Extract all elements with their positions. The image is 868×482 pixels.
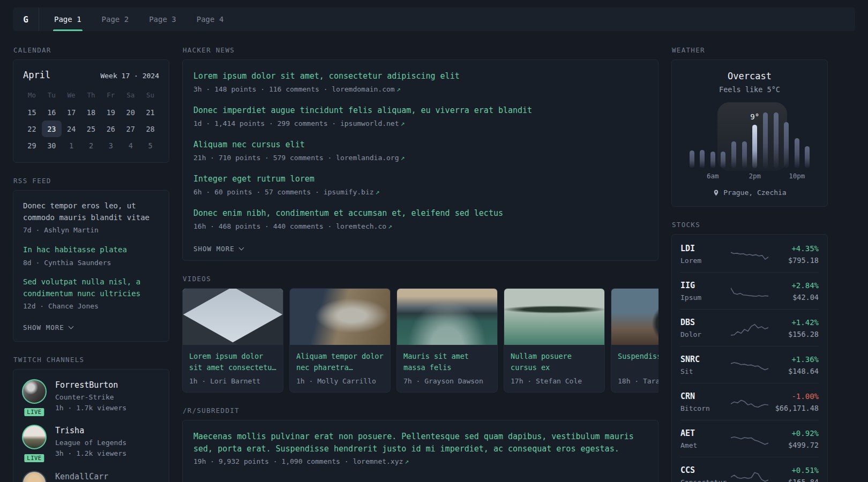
weather-bar	[774, 112, 779, 168]
calendar-day: 19	[101, 104, 121, 120]
hn-show-more-button[interactable]: SHOW MORE	[193, 245, 243, 253]
reddit-post-domain-link[interactable]: loremnet.xyz	[353, 457, 403, 465]
show-more-label: SHOW MORE	[23, 323, 64, 332]
weather-bar	[752, 125, 757, 168]
hn-item-title-link[interactable]: Donec imperdiet augue tincidunt felis al…	[193, 104, 647, 117]
stocks-section-label: STOCKS	[672, 221, 828, 229]
calendar-day: 25	[81, 120, 101, 137]
weather-bar-column	[783, 102, 790, 182]
hn-item-title-link[interactable]: Lorem ipsum dolor sit amet, consectetur …	[193, 70, 647, 82]
rss-item-title-link[interactable]: In hac habitasse platea	[23, 244, 159, 256]
avatar	[22, 379, 47, 404]
reddit-post-stats: 19h · 9,932 points · 1,090 comments ·	[193, 457, 353, 465]
chevron-down-icon	[68, 323, 73, 329]
stock-name: Dolor	[680, 330, 727, 338]
stock-row[interactable]: DBS Dolor +1.42% $156.28	[680, 309, 819, 346]
weather-section-label: WEATHER	[672, 46, 828, 54]
channel-game: Counter-Strike	[55, 392, 126, 403]
hn-item: Donec enim nibh, condimentum et accumsan…	[193, 207, 647, 231]
channel-name: KendallCarr	[55, 472, 108, 481]
stock-price: $499.72	[773, 441, 819, 449]
stock-sparkline	[731, 356, 768, 374]
calendar-weekdays: MoTuWeThFrSaSu	[22, 87, 160, 104]
rss-items: Donec tempor eros leo, ut commodo mauris…	[23, 200, 159, 312]
stock-sparkline	[731, 467, 768, 482]
stock-row[interactable]: AET Amet +0.92% $499.72	[680, 420, 819, 457]
video-title: Lorem ipsum dolor sit amet consectetu…	[189, 351, 276, 373]
external-link-icon: ↗	[388, 222, 392, 230]
calendar-day: 2	[81, 137, 101, 154]
video-card[interactable]: Mauris sit amet massa felis 7h · Grayson…	[396, 288, 498, 393]
hn-item-title-link[interactable]: Integer eget rutrum lorem	[193, 173, 647, 185]
hn-item-title-link[interactable]: Aliquam nec cursus elit	[193, 139, 647, 151]
video-card[interactable]: Nullam posuere cursus ex 17h · Stefan Co…	[504, 288, 605, 393]
middle-column: HACKER NEWS Lorem ipsum dolor sit amet, …	[182, 46, 659, 482]
twitch-channel-row[interactable]: LIVE ForrestBurton Counter-Strike 1h · 1…	[22, 379, 160, 413]
weather-bar-column	[699, 102, 706, 182]
hn-item-domain-link[interactable]: loremlandia.org	[336, 154, 399, 162]
page-tab[interactable]: Page 2	[102, 7, 129, 31]
stock-row[interactable]: LDI Lorem +4.35% $795.18	[680, 236, 819, 272]
reddit-post-title-link[interactable]: Maecenas mollis pulvinar erat non posuer…	[193, 431, 647, 455]
video-card-body: Nullam posuere cursus ex 17h · Stefan Co…	[504, 345, 604, 392]
rss-item-meta: 8d · Cynthia Saunders	[23, 258, 159, 268]
stock-values: +0.92% $499.72	[773, 429, 819, 449]
video-card-body: Suspendisse diam 18h · Tara…	[611, 345, 659, 392]
weather-location: Prague, Czechia	[682, 189, 818, 197]
twitch-channel-row[interactable]: KendallCarr	[22, 471, 160, 482]
hn-item-domain-link[interactable]: ipsumify.biz	[324, 188, 374, 196]
calendar-day: 29	[22, 137, 42, 154]
stock-name: Sit	[680, 367, 727, 375]
hn-item-domain-link[interactable]: ipsumworld.net	[340, 119, 399, 127]
video-title: Suspendisse diam	[618, 351, 659, 373]
rss-item-meta: 7d · Ashlyn Martin	[23, 225, 159, 236]
hn-item-stats: 6h · 60 points · 57 comments ·	[193, 188, 324, 196]
hacker-news-section: HACKER NEWS Lorem ipsum dolor sit amet, …	[182, 46, 659, 261]
video-thumbnail	[397, 289, 497, 345]
video-card[interactable]: Aliquam tempor dolor nec pharetra… 1h · …	[289, 288, 391, 393]
rss-show-more-button[interactable]: SHOW MORE	[23, 323, 73, 332]
calendar-week-year: Week 17 · 2024	[100, 72, 159, 80]
twitch-channel-row[interactable]: LIVE Trisha League of Legends 3h · 1.2k …	[22, 425, 160, 459]
channel-info: Trisha League of Legends 3h · 1.2k viewe…	[55, 425, 126, 459]
stock-row[interactable]: IIG Ipsum +2.84% $42.04	[680, 272, 819, 309]
external-link-icon: ↗	[401, 154, 405, 162]
stock-row[interactable]: CCS Consectetur +0.51% $165.84	[680, 457, 819, 482]
stock-row[interactable]: CRN Bitcorn -1.00% $66,171.48	[680, 383, 819, 420]
stock-ticker: AET	[680, 428, 727, 438]
calendar-weekday: Sa	[121, 87, 140, 104]
weather-section: WEATHER Overcast Feels like 5°C 6am9°2pm…	[671, 46, 828, 207]
stock-values: +1.42% $156.28	[773, 318, 819, 338]
rss-item-title-link[interactable]: Donec tempor eros leo, ut commodo mauris…	[23, 200, 159, 223]
weather-bar	[690, 150, 694, 168]
calendar-day: 4	[121, 137, 140, 154]
video-card[interactable]: Lorem ipsum dolor sit amet consectetu… 1…	[182, 288, 283, 393]
page-tab[interactable]: Page 1	[54, 7, 81, 31]
calendar-section: CALENDAR April Week 17 · 2024 MoTuWeThFr…	[13, 46, 169, 163]
page-tab[interactable]: Page 4	[197, 7, 224, 31]
calendar-widget: April Week 17 · 2024 MoTuWeThFrSaSu 1516…	[13, 59, 169, 163]
weather-bar-column	[720, 102, 727, 182]
stock-change: +4.35%	[773, 244, 819, 253]
calendar-weekday: Mo	[22, 87, 42, 104]
calendar-weekday: We	[62, 87, 81, 104]
calendar-day: 23	[42, 120, 62, 137]
stock-change: -1.00%	[773, 392, 819, 401]
stock-change: +1.42%	[773, 318, 819, 327]
video-card[interactable]: Suspendisse diam 18h · Tara…	[611, 288, 659, 393]
hn-item-title-link[interactable]: Donec enim nibh, condimentum et accumsan…	[193, 207, 647, 220]
stock-row[interactable]: SNRC Sit +1.36% $148.64	[680, 346, 819, 383]
hn-item-domain-link[interactable]: loremdomain.com	[332, 85, 394, 93]
show-more-label: SHOW MORE	[193, 245, 235, 253]
calendar-weekday: Tu	[42, 87, 62, 104]
rss-item-title-link[interactable]: Sed volutpat nulla nisl, a condimentum n…	[23, 276, 159, 299]
stock-price: $156.28	[773, 330, 819, 338]
weather-bar-column: 6am	[709, 102, 716, 182]
subreddit-section-label: /R/SUBREDDIT	[183, 406, 659, 415]
hn-item-domain-link[interactable]: loremtech.co	[336, 222, 386, 230]
rss-section-label: RSS FEED	[13, 177, 169, 185]
weather-condition: Overcast	[682, 71, 818, 81]
calendar-section-label: CALENDAR	[13, 46, 169, 54]
app-logo[interactable]: G	[13, 7, 39, 31]
page-tab[interactable]: Page 3	[149, 7, 176, 31]
